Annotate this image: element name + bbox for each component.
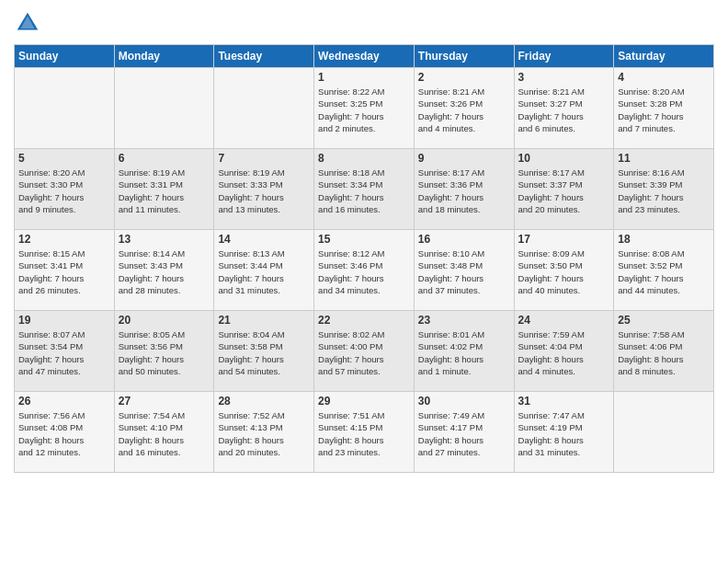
calendar-header: SundayMondayTuesdayWednesdayThursdayFrid… <box>15 45 714 68</box>
day-number: 9 <box>418 152 510 165</box>
day-info: Sunrise: 8:13 AMSunset: 3:44 PMDaylight:… <box>218 247 310 296</box>
calendar-cell: 16Sunrise: 8:10 AMSunset: 3:48 PMDayligh… <box>414 230 514 311</box>
day-number: 16 <box>418 233 510 246</box>
calendar-cell: 26Sunrise: 7:56 AMSunset: 4:08 PMDayligh… <box>15 392 115 473</box>
calendar-cell: 15Sunrise: 8:12 AMSunset: 3:46 PMDayligh… <box>314 230 415 311</box>
calendar-cell: 30Sunrise: 7:49 AMSunset: 4:17 PMDayligh… <box>414 392 514 473</box>
day-info: Sunrise: 8:17 AMSunset: 3:36 PMDaylight:… <box>418 167 510 215</box>
day-info: Sunrise: 8:09 AMSunset: 3:50 PMDaylight:… <box>518 247 610 296</box>
day-info: Sunrise: 8:10 AMSunset: 3:48 PMDaylight:… <box>418 247 510 296</box>
day-info: Sunrise: 7:58 AMSunset: 4:06 PMDaylight:… <box>618 328 710 377</box>
calendar-cell: 17Sunrise: 8:09 AMSunset: 3:50 PMDayligh… <box>514 230 614 311</box>
day-info: Sunrise: 7:51 AMSunset: 4:15 PMDaylight:… <box>318 409 410 458</box>
calendar-cell: 11Sunrise: 8:16 AMSunset: 3:39 PMDayligh… <box>614 149 714 230</box>
day-info: Sunrise: 7:49 AMSunset: 4:17 PMDaylight:… <box>418 409 510 458</box>
day-info: Sunrise: 8:01 AMSunset: 4:02 PMDaylight:… <box>418 328 510 377</box>
day-info: Sunrise: 8:08 AMSunset: 3:52 PMDaylight:… <box>618 247 710 296</box>
day-info: Sunrise: 8:16 AMSunset: 3:39 PMDaylight:… <box>618 167 710 215</box>
calendar-cell: 29Sunrise: 7:51 AMSunset: 4:15 PMDayligh… <box>314 392 415 473</box>
day-info: Sunrise: 8:14 AMSunset: 3:43 PMDaylight:… <box>119 247 210 296</box>
day-info: Sunrise: 7:56 AMSunset: 4:08 PMDaylight:… <box>18 409 110 458</box>
calendar-cell: 2Sunrise: 8:21 AMSunset: 3:26 PMDaylight… <box>414 68 514 149</box>
day-number: 24 <box>518 314 610 327</box>
day-number: 14 <box>218 233 310 246</box>
day-number: 5 <box>18 152 110 165</box>
day-number: 29 <box>318 395 410 408</box>
day-of-week-header: Thursday <box>414 45 514 68</box>
calendar-cell: 1Sunrise: 8:22 AMSunset: 3:25 PMDaylight… <box>314 68 415 149</box>
day-number: 17 <box>518 233 610 246</box>
day-number: 12 <box>18 233 110 246</box>
day-number: 8 <box>318 152 410 165</box>
calendar-cell: 7Sunrise: 8:19 AMSunset: 3:33 PMDaylight… <box>214 149 314 230</box>
calendar-cell: 23Sunrise: 8:01 AMSunset: 4:02 PMDayligh… <box>414 311 514 392</box>
calendar-cell: 22Sunrise: 8:02 AMSunset: 4:00 PMDayligh… <box>314 311 415 392</box>
day-of-week-header: Monday <box>114 45 214 68</box>
calendar-cell: 18Sunrise: 8:08 AMSunset: 3:52 PMDayligh… <box>614 230 714 311</box>
day-number: 10 <box>518 152 610 165</box>
day-number: 7 <box>218 152 310 165</box>
day-info: Sunrise: 8:05 AMSunset: 3:56 PMDaylight:… <box>119 328 210 377</box>
day-number: 11 <box>618 152 710 165</box>
day-info: Sunrise: 8:20 AMSunset: 3:30 PMDaylight:… <box>18 167 110 215</box>
calendar-cell: 25Sunrise: 7:58 AMSunset: 4:06 PMDayligh… <box>614 311 714 392</box>
day-number: 18 <box>618 233 710 246</box>
day-number: 27 <box>119 395 210 408</box>
day-number: 21 <box>218 314 310 327</box>
day-number: 19 <box>18 314 110 327</box>
day-info: Sunrise: 8:12 AMSunset: 3:46 PMDaylight:… <box>318 247 410 296</box>
day-number: 28 <box>218 395 310 408</box>
calendar-cell <box>614 392 714 473</box>
day-of-week-header: Wednesday <box>314 45 415 68</box>
calendar-cell: 14Sunrise: 8:13 AMSunset: 3:44 PMDayligh… <box>214 230 314 311</box>
day-info: Sunrise: 8:19 AMSunset: 3:31 PMDaylight:… <box>119 167 210 215</box>
day-info: Sunrise: 8:17 AMSunset: 3:37 PMDaylight:… <box>518 167 610 215</box>
calendar-cell: 3Sunrise: 8:21 AMSunset: 3:27 PMDaylight… <box>514 68 614 149</box>
logo-icon <box>14 9 41 37</box>
day-number: 4 <box>618 71 710 84</box>
day-info: Sunrise: 7:52 AMSunset: 4:13 PMDaylight:… <box>218 409 310 458</box>
page-header <box>14 9 714 37</box>
calendar-cell: 5Sunrise: 8:20 AMSunset: 3:30 PMDaylight… <box>15 149 115 230</box>
day-of-week-header: Tuesday <box>214 45 314 68</box>
calendar-cell: 12Sunrise: 8:15 AMSunset: 3:41 PMDayligh… <box>15 230 115 311</box>
calendar-cell: 9Sunrise: 8:17 AMSunset: 3:36 PMDaylight… <box>414 149 514 230</box>
day-info: Sunrise: 8:18 AMSunset: 3:34 PMDaylight:… <box>318 167 410 215</box>
day-info: Sunrise: 7:54 AMSunset: 4:10 PMDaylight:… <box>119 409 210 458</box>
calendar: SundayMondayTuesdayWednesdayThursdayFrid… <box>14 44 714 473</box>
logo <box>14 9 45 37</box>
calendar-cell <box>15 68 115 149</box>
day-info: Sunrise: 8:15 AMSunset: 3:41 PMDaylight:… <box>18 247 110 296</box>
day-info: Sunrise: 7:47 AMSunset: 4:19 PMDaylight:… <box>518 409 610 458</box>
calendar-cell: 27Sunrise: 7:54 AMSunset: 4:10 PMDayligh… <box>114 392 214 473</box>
day-info: Sunrise: 8:21 AMSunset: 3:26 PMDaylight:… <box>418 86 510 134</box>
calendar-cell <box>114 68 214 149</box>
day-number: 2 <box>418 71 510 84</box>
calendar-cell: 20Sunrise: 8:05 AMSunset: 3:56 PMDayligh… <box>114 311 214 392</box>
day-info: Sunrise: 7:59 AMSunset: 4:04 PMDaylight:… <box>518 328 610 377</box>
day-number: 1 <box>318 71 410 84</box>
day-number: 26 <box>18 395 110 408</box>
day-info: Sunrise: 8:19 AMSunset: 3:33 PMDaylight:… <box>218 167 310 215</box>
day-info: Sunrise: 8:20 AMSunset: 3:28 PMDaylight:… <box>618 86 710 134</box>
calendar-cell: 24Sunrise: 7:59 AMSunset: 4:04 PMDayligh… <box>514 311 614 392</box>
day-of-week-header: Saturday <box>614 45 714 68</box>
day-info: Sunrise: 8:22 AMSunset: 3:25 PMDaylight:… <box>318 86 410 134</box>
calendar-cell: 31Sunrise: 7:47 AMSunset: 4:19 PMDayligh… <box>514 392 614 473</box>
calendar-cell <box>214 68 314 149</box>
calendar-cell: 21Sunrise: 8:04 AMSunset: 3:58 PMDayligh… <box>214 311 314 392</box>
day-info: Sunrise: 8:07 AMSunset: 3:54 PMDaylight:… <box>18 328 110 377</box>
calendar-cell: 13Sunrise: 8:14 AMSunset: 3:43 PMDayligh… <box>114 230 214 311</box>
day-number: 6 <box>119 152 210 165</box>
calendar-cell: 8Sunrise: 8:18 AMSunset: 3:34 PMDaylight… <box>314 149 415 230</box>
day-number: 13 <box>119 233 210 246</box>
day-info: Sunrise: 8:02 AMSunset: 4:00 PMDaylight:… <box>318 328 410 377</box>
day-number: 25 <box>618 314 710 327</box>
day-of-week-header: Sunday <box>15 45 115 68</box>
day-info: Sunrise: 8:21 AMSunset: 3:27 PMDaylight:… <box>518 86 610 134</box>
calendar-cell: 19Sunrise: 8:07 AMSunset: 3:54 PMDayligh… <box>15 311 115 392</box>
day-number: 23 <box>418 314 510 327</box>
day-info: Sunrise: 8:04 AMSunset: 3:58 PMDaylight:… <box>218 328 310 377</box>
day-number: 22 <box>318 314 410 327</box>
day-number: 15 <box>318 233 410 246</box>
